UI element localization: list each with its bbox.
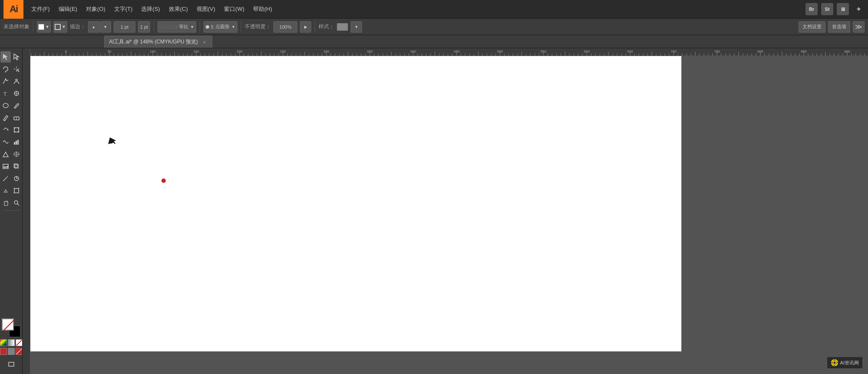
stroke-down-btn[interactable]: ▼ bbox=[100, 21, 111, 33]
stroke-color-btn[interactable]: ▼ bbox=[37, 21, 51, 33]
3d-tool-btn[interactable] bbox=[12, 161, 22, 172]
svg-point-7 bbox=[5, 79, 6, 80]
image-tool-btn[interactable] bbox=[0, 161, 11, 172]
zoom-tool-btn[interactable] bbox=[12, 197, 22, 209]
pen-tool-btn[interactable] bbox=[0, 76, 11, 87]
tool-row-11 bbox=[0, 172, 22, 185]
symbol-tool-btn[interactable]: ⁂ bbox=[0, 185, 11, 196]
toolbar: 未选择对象 ▼ ▼ 描边： ▲ ▼ 1 pt 1 pt 等比 ▼ 5 点圆形 ▼… bbox=[0, 19, 868, 35]
sep3 bbox=[200, 22, 200, 32]
svg-line-47 bbox=[3, 320, 14, 331]
svg-text:800: 800 bbox=[757, 50, 763, 53]
opacity-input[interactable]: 100% bbox=[273, 21, 297, 33]
toolbar-right: 文档设置 首选项 ≫ bbox=[799, 21, 865, 33]
menu-object[interactable]: 对象(O) bbox=[82, 0, 110, 19]
preferences-btn[interactable]: 首选项 bbox=[828, 21, 850, 33]
bar-chart-btn[interactable] bbox=[12, 136, 22, 148]
type-tool-btn[interactable]: T bbox=[0, 88, 11, 99]
svg-text:T: T bbox=[3, 91, 7, 97]
gradient-btn[interactable] bbox=[8, 339, 15, 346]
menu-effect[interactable]: 效果(C) bbox=[164, 0, 192, 19]
ellipse-tool-btn[interactable] bbox=[0, 100, 11, 111]
stroke-value-input[interactable]: 1 pt bbox=[114, 21, 135, 33]
svg-marker-30 bbox=[3, 165, 8, 168]
warp-tool-btn[interactable] bbox=[0, 136, 11, 148]
gray-swatch[interactable] bbox=[8, 348, 15, 355]
color-btn[interactable] bbox=[0, 339, 7, 346]
mesh-tool-btn[interactable] bbox=[12, 149, 22, 160]
menu-view[interactable]: 视图(V) bbox=[192, 0, 220, 19]
svg-text:⁂: ⁂ bbox=[3, 189, 8, 194]
stroke-style-btn[interactable]: 等比 ▼ bbox=[158, 21, 196, 33]
watermark: AI资讯网 bbox=[827, 357, 863, 369]
paintbrush-tool-btn[interactable] bbox=[12, 100, 22, 111]
lasso-tool-btn[interactable] bbox=[0, 63, 11, 75]
watermark-text: AI资讯网 bbox=[840, 360, 859, 366]
svg-point-45 bbox=[14, 201, 18, 204]
color-section bbox=[0, 318, 22, 357]
free-transform-btn[interactable] bbox=[12, 124, 22, 136]
rotate-tool-btn[interactable] bbox=[0, 124, 11, 136]
menu-type[interactable]: 文字(T) bbox=[110, 0, 137, 19]
bridge-icon[interactable]: Br bbox=[806, 3, 818, 15]
red2-swatch[interactable] bbox=[16, 348, 23, 355]
hand-tool-btn[interactable] bbox=[0, 197, 11, 209]
menu-file[interactable]: 文件(F) bbox=[27, 0, 54, 19]
canvas-area[interactable]: 0501001502002503003504004505005506006507… bbox=[23, 48, 868, 374]
dot-options-btn[interactable]: 5 点圆形 ▼ bbox=[204, 21, 237, 33]
cloud-icon[interactable]: ✈ bbox=[852, 3, 865, 15]
more-options-btn[interactable]: ≫ bbox=[853, 21, 865, 33]
svg-text:850: 850 bbox=[801, 50, 807, 53]
style-swatch[interactable] bbox=[337, 23, 348, 31]
selection-tool-btn[interactable] bbox=[0, 51, 11, 63]
svg-line-14 bbox=[3, 120, 5, 121]
workspace-icon[interactable]: ⊞ bbox=[837, 3, 849, 15]
menu-select[interactable]: 选择(S) bbox=[137, 0, 164, 19]
pencil-tool-btn[interactable] bbox=[0, 112, 11, 123]
svg-text:100: 100 bbox=[150, 50, 156, 53]
opacity-label: 不透明度： bbox=[245, 23, 271, 30]
fill-diag bbox=[3, 319, 15, 331]
document-canvas[interactable] bbox=[30, 56, 681, 351]
document-tab[interactable]: AI工具.ai* @ 148% (CMYK/GPU 预览) × bbox=[104, 36, 212, 48]
stock-icon[interactable]: St bbox=[821, 3, 833, 15]
ruler-top: 0501001502002503003504004505005506006507… bbox=[23, 48, 868, 56]
sep5 bbox=[315, 22, 315, 32]
svg-rect-23 bbox=[14, 142, 15, 145]
eyedropper-btn[interactable] bbox=[0, 173, 11, 184]
svg-rect-50 bbox=[9, 362, 14, 366]
menu-edit[interactable]: 编辑(E) bbox=[54, 0, 82, 19]
svg-marker-0 bbox=[3, 54, 8, 60]
fill-swatch[interactable] bbox=[2, 318, 14, 331]
screen-mode1-btn[interactable] bbox=[6, 359, 17, 370]
stroke-up-btn[interactable]: ▲ bbox=[88, 21, 99, 33]
menu-help[interactable]: 帮助(H) bbox=[249, 0, 276, 19]
svg-rect-40 bbox=[14, 189, 19, 193]
none-btn[interactable] bbox=[16, 339, 23, 346]
artboard-tool-btn[interactable] bbox=[12, 185, 22, 196]
svg-text:650: 650 bbox=[627, 50, 633, 53]
tab-close-btn[interactable]: × bbox=[201, 39, 207, 45]
red-swatch[interactable] bbox=[0, 348, 7, 355]
tab-bar: AI工具.ai* @ 148% (CMYK/GPU 预览) × bbox=[0, 35, 868, 48]
perspective-tool-btn[interactable] bbox=[0, 149, 11, 160]
swatch-main[interactable] bbox=[2, 318, 21, 338]
tool-row-5 bbox=[0, 99, 22, 112]
svg-text:400: 400 bbox=[410, 50, 416, 53]
stroke-unit-btn[interactable]: 1 pt bbox=[138, 21, 150, 33]
measure-btn[interactable] bbox=[12, 173, 22, 184]
svg-point-8 bbox=[16, 79, 17, 81]
svg-text:750: 750 bbox=[714, 50, 720, 53]
magic-wand-btn[interactable] bbox=[12, 63, 22, 75]
style-arrow-btn[interactable]: ▼ bbox=[351, 21, 362, 33]
ai-logo: Ai bbox=[3, 0, 23, 19]
curvature-tool-btn[interactable] bbox=[12, 76, 22, 87]
menu-window[interactable]: 窗口(W) bbox=[220, 0, 249, 19]
direct-selection-tool-btn[interactable] bbox=[12, 51, 22, 63]
opacity-arrow-btn[interactable]: ▶ bbox=[300, 21, 311, 33]
doc-settings-btn[interactable]: 文档设置 bbox=[799, 21, 825, 33]
stroke-square-btn[interactable]: ▼ bbox=[53, 21, 67, 33]
touch-type-btn[interactable] bbox=[12, 88, 22, 99]
eraser-tool-btn[interactable] bbox=[12, 112, 22, 123]
tool-row-4: T bbox=[0, 87, 22, 99]
